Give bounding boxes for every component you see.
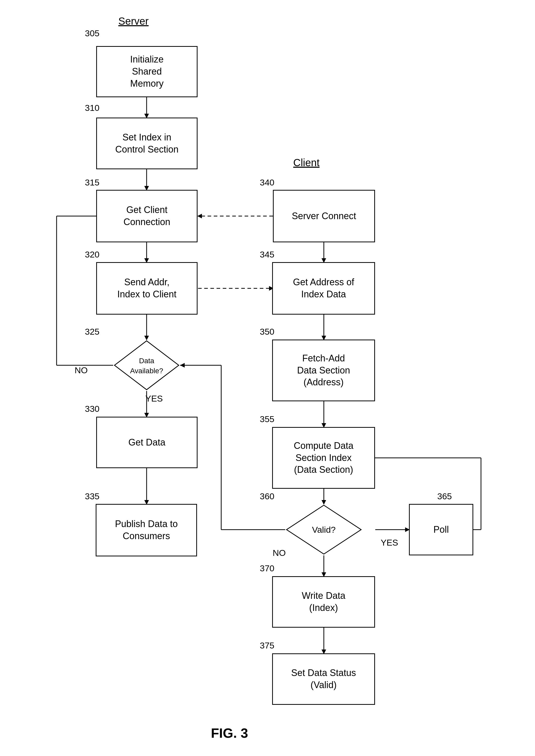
box-315: Get Client Connection: [96, 190, 198, 242]
box-365-text: Poll: [434, 524, 449, 536]
diamond-325-text: Data Available?: [130, 355, 163, 375]
box-370-text: Write Data (Index): [302, 590, 345, 614]
svg-marker-17: [197, 214, 202, 218]
box-330-text: Get Data: [128, 436, 165, 449]
box-340-text: Server Connect: [292, 210, 356, 222]
box-350: Fetch-Add Data Section (Address): [272, 340, 375, 401]
n360-no: NO: [273, 548, 286, 558]
n370-label: 370: [260, 563, 274, 574]
box-345-text: Get Address of Index Data: [293, 276, 354, 300]
n335-label: 335: [85, 491, 99, 501]
n325-no: NO: [74, 365, 88, 375]
n305-label: 305: [85, 28, 99, 38]
box-320: Send Addr, Index to Client: [96, 262, 198, 315]
box-340: Server Connect: [273, 190, 375, 242]
diamond-325: Data Available?: [113, 340, 180, 391]
n360-label: 360: [260, 491, 274, 501]
n365-label: 365: [437, 491, 452, 501]
server-label: Server: [118, 15, 149, 27]
box-350-text: Fetch-Add Data Section (Address): [297, 352, 350, 388]
n310-label: 310: [85, 103, 99, 113]
box-310-text: Set Index in Control Section: [115, 131, 179, 155]
box-330: Get Data: [96, 417, 198, 468]
box-320-text: Send Addr, Index to Client: [117, 276, 177, 300]
box-355: Compute Data Section Index (Data Section…: [272, 427, 375, 489]
box-335-text: Publish Data to Consumers: [115, 518, 178, 542]
box-375: Set Data Status (Valid): [272, 653, 375, 705]
n315-label: 315: [85, 178, 99, 187]
n375-label: 375: [260, 640, 274, 651]
box-335: Publish Data to Consumers: [96, 504, 197, 556]
box-305-text: Initialize Shared Memory: [130, 53, 164, 90]
box-315-text: Get Client Connection: [124, 204, 170, 228]
box-365: Poll: [409, 504, 473, 555]
n355-label: 355: [260, 414, 274, 424]
diamond-360-text: Valid?: [312, 525, 336, 535]
box-355-text: Compute Data Section Index (Data Section…: [294, 440, 353, 476]
box-310: Set Index in Control Section: [96, 118, 198, 169]
n350-label: 350: [260, 327, 274, 337]
n325-label: 325: [85, 327, 99, 337]
box-305: Initialize Shared Memory: [96, 46, 198, 97]
n360-yes: YES: [381, 538, 398, 547]
n330-label: 330: [85, 404, 99, 414]
fig-caption: FIG. 3: [211, 725, 248, 741]
diagram: Server 305 Initialize Shared Memory 310 …: [0, 0, 535, 756]
box-345: Get Address of Index Data: [272, 262, 375, 315]
client-label: Client: [293, 157, 320, 168]
diamond-360: Valid?: [285, 504, 362, 555]
n340-label: 340: [260, 178, 274, 187]
n320-label: 320: [85, 249, 99, 260]
box-375-text: Set Data Status (Valid): [291, 667, 356, 691]
box-370: Write Data (Index): [272, 576, 375, 628]
n325-yes: YES: [145, 394, 163, 404]
svg-marker-40: [180, 363, 185, 368]
n345-label: 345: [260, 249, 274, 260]
